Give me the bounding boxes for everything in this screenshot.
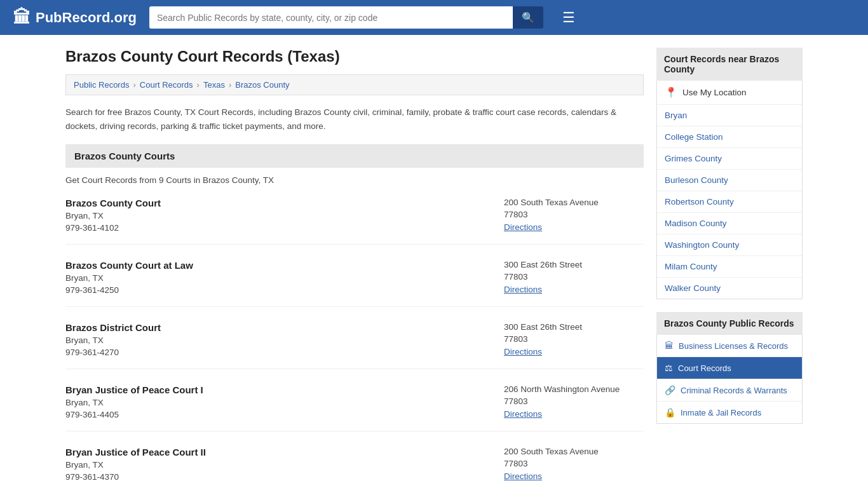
nearby-link-item[interactable]: Grimes County (657, 148, 802, 170)
court-zip: 77803 (504, 210, 644, 219)
site-header: 🏛 PubRecord.org 🔍 ☰ (0, 0, 868, 35)
directions-link[interactable]: Directions (504, 222, 542, 232)
court-city: Bryan, TX (65, 460, 206, 470)
directions-link[interactable]: Directions (504, 409, 542, 419)
court-left: Bryan Justice of Peace Court II Bryan, T… (65, 447, 206, 482)
breadcrumb-brazos-county[interactable]: Brazos County (235, 80, 289, 90)
breadcrumb-sep-3: › (229, 80, 231, 90)
public-record-link[interactable]: 🏛 Business Licenses & Records (657, 335, 802, 356)
search-button[interactable]: 🔍 (513, 6, 543, 29)
page-title: Brazos County Court Records (Texas) (65, 48, 644, 65)
search-input[interactable] (149, 6, 513, 29)
public-record-link[interactable]: ⚖ Court Records (657, 357, 802, 379)
site-logo[interactable]: 🏛 PubRecord.org (13, 7, 137, 28)
sidebar: Court Records near Brazos County 📍 Use M… (656, 48, 803, 488)
court-name: Bryan Justice of Peace Court I (65, 384, 203, 395)
court-zip: 77803 (504, 334, 644, 344)
nearby-link[interactable]: Walker County (657, 278, 802, 299)
nearby-link[interactable]: Milam County (657, 256, 802, 277)
nearby-link-item[interactable]: Madison County (657, 213, 802, 234)
directions-link[interactable]: Directions (504, 285, 542, 294)
court-phone: 979-361-4102 (65, 223, 161, 233)
court-city: Bryan, TX (65, 273, 193, 283)
public-records-list: 🏛 Business Licenses & Records ⚖ Court Re… (656, 335, 803, 424)
court-left: Brazos District Court Bryan, TX 979-361-… (65, 322, 161, 357)
main-content: Brazos County Court Records (Texas) Publ… (65, 48, 644, 488)
use-location-link[interactable]: 📍 Use My Location (657, 81, 802, 104)
public-record-link[interactable]: 🔒 Inmate & Jail Records (657, 402, 802, 423)
nearby-link[interactable]: Burleson County (657, 170, 802, 191)
court-entry: Bryan Justice of Peace Court I Bryan, TX… (65, 384, 644, 431)
nearby-link-item[interactable]: Burleson County (657, 170, 802, 191)
court-right: 200 South Texas Avenue 77803 Directions (504, 447, 644, 482)
nearby-link[interactable]: Madison County (657, 213, 802, 234)
nearby-link[interactable]: Grimes County (657, 148, 802, 169)
nearby-link-item[interactable]: Milam County (657, 256, 802, 278)
court-entry: Brazos County Court at Law Bryan, TX 979… (65, 260, 644, 307)
court-right: 300 East 26th Street 77803 Directions (504, 260, 644, 295)
page-description: Search for free Brazos County, TX Court … (65, 105, 644, 133)
search-bar: 🔍 (149, 6, 543, 29)
use-location-label: Use My Location (682, 88, 747, 97)
courts-count: Get Court Records from 9 Courts in Brazo… (65, 175, 644, 185)
location-icon: 📍 (665, 86, 677, 98)
record-label: Criminal Records & Warrants (681, 386, 787, 395)
public-record-item[interactable]: ⚖ Court Records (657, 357, 802, 379)
use-location-item[interactable]: 📍 Use My Location (657, 81, 802, 105)
court-left: Bryan Justice of Peace Court I Bryan, TX… (65, 384, 203, 419)
court-right: 206 North Washington Avenue 77803 Direct… (504, 384, 644, 419)
public-records-section-title: Brazos County Public Records (656, 312, 803, 335)
court-right: 200 South Texas Avenue 77803 Directions (504, 198, 644, 233)
nearby-link[interactable]: Washington County (657, 234, 802, 255)
court-phone: 979-361-4370 (65, 472, 206, 482)
logo-icon: 🏛 (13, 7, 31, 28)
nearby-link-item[interactable]: Washington County (657, 234, 802, 256)
nearby-link-item[interactable]: Bryan (657, 105, 802, 126)
court-address: 300 East 26th Street (504, 322, 644, 332)
logo-text: PubRecord.org (36, 10, 137, 26)
record-label: Business Licenses & Records (679, 341, 788, 351)
record-label: Inmate & Jail Records (681, 408, 761, 417)
breadcrumb-court-records[interactable]: Court Records (140, 80, 193, 90)
nearby-link[interactable]: Bryan (657, 105, 802, 126)
courts-section-header: Brazos County Courts (65, 144, 644, 168)
directions-link[interactable]: Directions (504, 347, 542, 356)
breadcrumb: Public Records › Court Records › Texas ›… (65, 74, 644, 95)
court-entry: Brazos County Court Bryan, TX 979-361-41… (65, 198, 644, 245)
public-record-item[interactable]: 🔒 Inmate & Jail Records (657, 402, 802, 423)
court-left: Brazos County Court at Law Bryan, TX 979… (65, 260, 193, 295)
court-address: 300 East 26th Street (504, 260, 644, 269)
public-record-item[interactable]: 🔗 Criminal Records & Warrants (657, 379, 802, 402)
courts-list: Brazos County Court Bryan, TX 979-361-41… (65, 198, 644, 488)
nearby-link-item[interactable]: Robertson County (657, 191, 802, 213)
court-phone: 979-361-4270 (65, 348, 161, 357)
nearby-link-item[interactable]: Walker County (657, 278, 802, 299)
court-zip: 77803 (504, 272, 644, 281)
breadcrumb-public-records[interactable]: Public Records (74, 80, 129, 90)
court-city: Bryan, TX (65, 336, 161, 345)
nearby-list: 📍 Use My Location BryanCollege StationGr… (656, 81, 803, 299)
directions-link[interactable]: Directions (504, 471, 542, 481)
nearby-link[interactable]: Robertson County (657, 191, 802, 212)
court-address: 200 South Texas Avenue (504, 447, 644, 456)
record-label: Court Records (678, 363, 731, 373)
menu-button[interactable]: ☰ (562, 10, 575, 26)
court-city: Bryan, TX (65, 211, 161, 220)
nearby-section-title: Court Records near Brazos County (656, 48, 803, 81)
search-icon: 🔍 (522, 12, 534, 23)
court-zip: 77803 (504, 396, 644, 406)
breadcrumb-sep-1: › (133, 80, 135, 90)
breadcrumb-texas[interactable]: Texas (203, 80, 225, 90)
court-city: Bryan, TX (65, 398, 203, 407)
record-icon: 🏛 (665, 341, 674, 351)
nearby-link[interactable]: College Station (657, 126, 802, 147)
court-phone: 979-361-4405 (65, 410, 203, 419)
court-entry: Bryan Justice of Peace Court II Bryan, T… (65, 447, 644, 488)
public-record-item[interactable]: 🏛 Business Licenses & Records (657, 335, 802, 357)
court-zip: 77803 (504, 459, 644, 468)
court-address: 200 South Texas Avenue (504, 198, 644, 207)
record-icon: 🔗 (665, 385, 675, 395)
nearby-link-item[interactable]: College Station (657, 126, 802, 148)
public-record-link[interactable]: 🔗 Criminal Records & Warrants (657, 379, 802, 401)
court-right: 300 East 26th Street 77803 Directions (504, 322, 644, 357)
